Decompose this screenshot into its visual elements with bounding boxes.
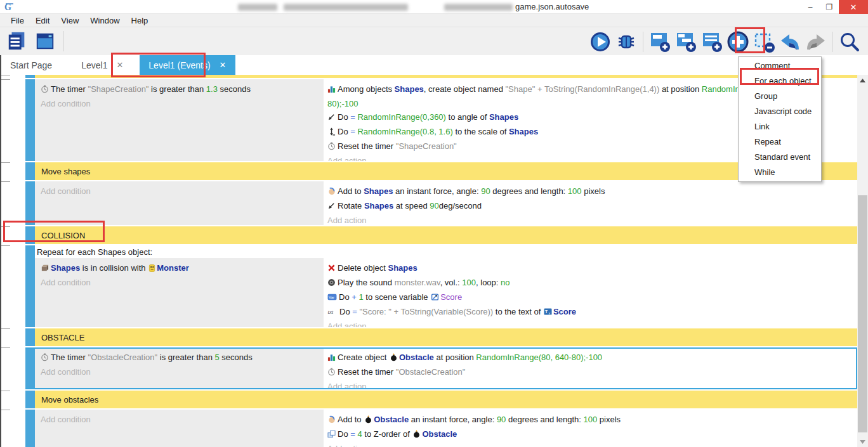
event-handle[interactable]	[25, 226, 35, 244]
menu-item-link[interactable]: Link	[739, 119, 821, 134]
tab-level1-events-close-icon[interactable]: ✕	[220, 60, 227, 70]
conditions-cell[interactable]: Shapes is in collision with MonsterAdd c…	[35, 258, 324, 327]
event-condition[interactable]: Shapes is in collision with Monster	[41, 261, 320, 276]
add-comment-icon[interactable]	[700, 30, 724, 54]
tab-level1-events[interactable]: Level1 (Events) ✕	[140, 55, 235, 75]
tab-start-page[interactable]: Start Page	[1, 55, 61, 75]
search-icon[interactable]	[838, 30, 862, 54]
event-handle[interactable]	[25, 391, 35, 408]
menu-bar: File Edit View Window Help	[0, 14, 868, 27]
menu-view[interactable]: View	[55, 14, 84, 27]
menu-item-standard-event[interactable]: Standard event	[739, 150, 821, 165]
scrollbar-thumb[interactable]	[858, 195, 867, 432]
scroll-up-icon[interactable]	[857, 75, 868, 86]
event-action[interactable]: VarDo + 1 to scene variable Score	[327, 290, 800, 305]
event-action[interactable]: Reset the timer "ObstacleCreation"	[327, 365, 800, 380]
project-manager-icon[interactable]	[5, 29, 29, 53]
menu-item-repeat[interactable]: Repeat	[739, 134, 821, 150]
event-action[interactable]: Do = RandomInRange(0.8, 1.6) to the scal…	[327, 125, 800, 139]
foreach-header[interactable]: Repeat for each Shapes object:	[35, 245, 857, 258]
menu-item-group[interactable]: Group	[739, 89, 821, 104]
conditions-cell[interactable]: The timer "ShapeCreation" is greater tha…	[35, 79, 324, 161]
debug-icon[interactable]	[614, 30, 638, 54]
event-condition[interactable]: The timer "ShapeCreation" is greater tha…	[41, 82, 320, 97]
remove-event-icon[interactable]	[752, 30, 776, 54]
add-action-link[interactable]: Add action	[327, 154, 800, 161]
menu-item-for-each-object[interactable]: For each object	[739, 74, 821, 89]
event-action[interactable]: Rotate Shapes at speed 90deg/second	[327, 199, 800, 214]
event-condition[interactable]: The timer "ObstacleCreation" is greater …	[41, 351, 320, 365]
add-action-link[interactable]: Add action	[327, 320, 800, 327]
add-condition-link[interactable]: Add condition	[41, 365, 320, 379]
add-action-link[interactable]: Add action	[327, 442, 800, 447]
blurred-title-segment	[238, 4, 277, 11]
actions-cell[interactable]: Add to Shapes an instant force, angle: 9…	[324, 181, 857, 225]
event-action[interactable]: Reset the timer "ShapeCreation"	[327, 139, 800, 154]
menu-window[interactable]: Window	[84, 14, 125, 27]
foreach-event-row: Repeat for each Shapes object:Shapes is …	[1, 245, 857, 327]
add-action-link[interactable]: Add action	[327, 214, 800, 225]
text-segment: degrees and length:	[490, 186, 568, 196]
add-condition-link[interactable]: Add condition	[41, 413, 320, 426]
undo-icon[interactable]	[778, 30, 802, 54]
event-handle[interactable]	[25, 347, 35, 389]
add-condition-link[interactable]: Add condition	[41, 97, 320, 110]
comment-content[interactable]: COLLISION	[35, 226, 857, 244]
menu-item-comment[interactable]: Comment	[739, 58, 821, 74]
event-handle[interactable]	[25, 75, 35, 78]
menu-help[interactable]: Help	[126, 14, 154, 27]
scale-icon	[327, 126, 336, 139]
conditions-cell[interactable]: Add condition	[35, 181, 324, 225]
event-action[interactable]: Play the sound monster.wav, vol.: 100, l…	[327, 276, 800, 290]
add-event-icon[interactable]	[648, 30, 672, 54]
event-action[interactable]: Create object Obstacle at position Rando…	[327, 351, 800, 365]
add-subevent-icon[interactable]	[674, 30, 698, 54]
add-other-event-icon[interactable]	[726, 30, 750, 54]
text-segment: , create object named	[424, 84, 506, 94]
event-handle[interactable]	[25, 162, 35, 180]
event-action[interactable]: txtDo = "Score: " + ToString(Variable(Sc…	[327, 305, 800, 320]
add-condition-link[interactable]: Add condition	[41, 276, 320, 289]
menu-item-while[interactable]: While	[739, 165, 821, 180]
comment-content[interactable]	[35, 75, 857, 78]
redo-icon[interactable]	[804, 30, 828, 54]
comment-content[interactable]: OBSTACLE	[35, 328, 857, 346]
conditions-cell[interactable]: Add condition	[35, 410, 324, 447]
event-action[interactable]: Add to Obstacle an instant force, angle:…	[327, 413, 800, 427]
tab-level1-close-icon[interactable]: ✕	[116, 60, 123, 70]
menu-item-javascript-code[interactable]: Javascript code	[739, 104, 821, 119]
actions-cell[interactable]: Add to Obstacle an instant force, angle:…	[324, 410, 857, 447]
scroll-down-icon[interactable]	[857, 436, 868, 447]
event-action[interactable]: Add to Shapes an instant force, angle: 9…	[327, 185, 800, 199]
vertical-scrollbar[interactable]	[857, 75, 868, 447]
play-icon[interactable]	[588, 30, 612, 54]
event-handle[interactable]	[25, 79, 35, 161]
event-action[interactable]: Do = 4 to Z-order of Obstacle	[327, 427, 800, 442]
actions-cell[interactable]: Delete object ShapesPlay the sound monst…	[324, 258, 857, 327]
close-button[interactable]: ✕	[839, 0, 868, 14]
event-handle[interactable]	[25, 181, 35, 225]
event-gutter	[1, 162, 25, 180]
menu-file[interactable]: File	[5, 14, 30, 27]
add-condition-link[interactable]: Add condition	[41, 185, 320, 198]
event-action[interactable]: Do = RandomInRange(0,360) to angle of Sh…	[327, 110, 800, 125]
event-content: Add conditionAdd to Obstacle an instant …	[35, 410, 857, 447]
text-segment: at speed	[393, 201, 430, 211]
add-action-link[interactable]: Add action	[327, 380, 800, 389]
comment-content[interactable]: Move shapes	[35, 162, 857, 180]
event-action[interactable]: Delete object Shapes	[327, 261, 800, 276]
scene-editor-icon[interactable]	[33, 29, 57, 53]
minimize-button[interactable]: –	[801, 0, 820, 14]
event-handle[interactable]	[25, 410, 35, 447]
event-handle[interactable]	[25, 328, 35, 346]
maximize-button[interactable]: ❐	[820, 0, 839, 14]
event-handle[interactable]	[25, 245, 35, 327]
event-action[interactable]: Among objects Shapes, create object name…	[327, 82, 800, 110]
text-segment: Shapes	[489, 112, 518, 122]
menu-edit[interactable]: Edit	[30, 14, 55, 27]
conditions-cell[interactable]: The timer "ObstacleCreation" is greater …	[35, 347, 324, 389]
tab-level1[interactable]: Level1 ✕	[72, 55, 132, 75]
comment-content[interactable]: Move obstacles	[35, 391, 857, 408]
actions-cell[interactable]: Create object Obstacle at position Rando…	[324, 347, 857, 389]
event-row: The timer "ObstacleCreation" is greater …	[1, 347, 857, 389]
